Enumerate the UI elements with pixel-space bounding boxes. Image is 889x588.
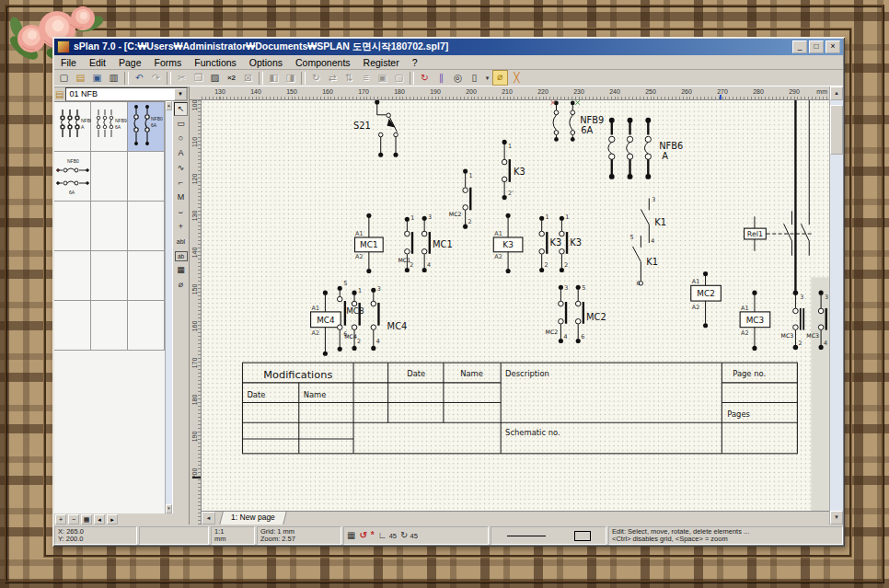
remove-icon[interactable]: − xyxy=(68,514,79,525)
library-item-nfb6[interactable]: NFB6 A xyxy=(54,102,91,152)
snap-toggle-icon[interactable]: ↺ xyxy=(359,532,366,539)
component-k3-coil[interactable]: K3 A1 A2 xyxy=(493,213,523,273)
delete-icon[interactable]: ⊠ xyxy=(240,71,256,85)
special-text-tool-icon[interactable]: A xyxy=(174,146,188,160)
library-item-empty[interactable] xyxy=(128,251,165,301)
preview-dropdown-icon[interactable]: ▾ xyxy=(483,71,491,85)
paste-icon[interactable]: ▨ xyxy=(207,71,223,85)
send-backward-icon[interactable]: ◨ xyxy=(283,71,298,85)
close-button[interactable]: × xyxy=(826,40,840,53)
component-mc1-contacts[interactable]: 1 MC1 2 3 4 MC1 xyxy=(398,213,452,272)
new-icon[interactable]: ▢ xyxy=(56,71,72,85)
scroll-down-icon[interactable]: ▼ xyxy=(830,511,843,525)
component-mc1-coil[interactable]: MC1 A1 A2 xyxy=(355,213,384,273)
search-icon[interactable]: ◎ xyxy=(450,71,466,85)
menu-options[interactable]: Options xyxy=(243,56,289,69)
library-item-empty[interactable] xyxy=(54,301,91,351)
library-item-nfb0-horizontal[interactable]: NFB0 6A xyxy=(54,152,91,202)
label-tool-icon[interactable]: ab xyxy=(175,251,188,261)
duplicate-icon[interactable]: ×2 xyxy=(224,71,239,85)
bus-lines[interactable] xyxy=(795,100,809,293)
library-item-empty[interactable] xyxy=(91,251,128,301)
magnifier-tool-icon[interactable]: ⌀ xyxy=(174,278,188,292)
copy-icon[interactable]: ❐ xyxy=(190,71,206,85)
mirror-vertical-icon[interactable]: ⇅ xyxy=(341,71,357,85)
menu-register[interactable]: Register xyxy=(357,56,406,69)
autoconnect-toggle-icon[interactable]: * xyxy=(371,532,375,539)
scroll-down-icon[interactable]: ▼ xyxy=(166,504,172,513)
save-icon[interactable]: ▣ xyxy=(89,71,105,85)
cut-icon[interactable]: ✂ xyxy=(174,71,190,85)
tab-scroll-left-icon[interactable]: ◄ xyxy=(202,512,215,525)
library-item-nfb0-selected[interactable]: NFB0 6A xyxy=(128,102,165,152)
image-tool-icon[interactable]: ▦ xyxy=(174,263,188,277)
status-angle-value[interactable]: 45 xyxy=(389,532,397,540)
redo-icon[interactable]: ↷ xyxy=(148,71,164,85)
fill-style-sample[interactable] xyxy=(574,531,591,541)
library-dropdown[interactable]: 01 NFB ▼ xyxy=(65,87,188,101)
measure-icon[interactable]: ∥ xyxy=(433,71,449,85)
component-mc4-contacts[interactable]: 1 MC4 2 3 4 MC4 xyxy=(344,285,407,351)
component-k1-contact-a[interactable]: 3 4 K1 xyxy=(641,196,666,245)
select-tool-icon[interactable]: ↖ xyxy=(174,102,188,116)
menu-functions[interactable]: Functions xyxy=(188,56,243,69)
line-style-sample[interactable] xyxy=(507,536,546,536)
library-item-empty[interactable] xyxy=(91,152,128,202)
text-tool-icon[interactable]: abl xyxy=(174,235,188,248)
menu-page[interactable]: Page xyxy=(112,56,148,69)
library-item-empty[interactable] xyxy=(54,202,91,251)
free-rotate-icon[interactable]: ↻ xyxy=(417,71,433,85)
scrollbar-thumb[interactable] xyxy=(830,105,843,155)
library-item-empty[interactable] xyxy=(91,301,128,351)
zoom-icon[interactable]: ⌀ xyxy=(492,70,508,86)
node-tool-icon[interactable]: + xyxy=(174,220,188,234)
group-icon[interactable]: ▣ xyxy=(375,71,390,85)
library-item-empty[interactable] xyxy=(128,152,165,202)
library-item-empty[interactable] xyxy=(128,301,165,351)
menu-edit[interactable]: Edit xyxy=(83,56,112,69)
component-mc4-coil[interactable]: MC4 A1 A2 xyxy=(311,291,341,356)
rectangle-tool-icon[interactable]: ▭ xyxy=(174,117,188,131)
page-preview-icon[interactable]: ▯ xyxy=(467,71,482,85)
library-scrollbar[interactable]: ▲ ▼ xyxy=(165,101,172,513)
library-item-empty[interactable] xyxy=(54,251,91,301)
arc-tool-icon[interactable]: ⌣ xyxy=(174,205,188,219)
next-icon[interactable]: ▸ xyxy=(107,514,118,525)
align-icon[interactable]: ≡ xyxy=(358,71,374,85)
ungroup-icon[interactable]: ▢ xyxy=(391,71,407,85)
library-item-empty[interactable] xyxy=(128,202,165,251)
bring-forward-icon[interactable]: ◧ xyxy=(266,71,282,85)
chevron-down-icon[interactable]: ▼ xyxy=(174,88,187,100)
library-item-nfb9[interactable]: NFB9 6A xyxy=(91,102,128,152)
menu-help[interactable]: ? xyxy=(406,56,424,69)
bezier-tool-icon[interactable]: ∿ xyxy=(174,161,188,175)
minimize-button[interactable]: _ xyxy=(792,40,807,53)
component-mc3-coil[interactable]: MC3 A1 A2 xyxy=(740,291,770,351)
color-test-icon[interactable]: ╳ xyxy=(509,71,525,85)
component-nfb6[interactable]: NFB6 A xyxy=(608,118,683,179)
component-mc2-coil[interactable]: MC2 A1 A2 xyxy=(691,271,722,328)
view-mode-icon[interactable]: ▦ xyxy=(81,514,92,525)
menu-file[interactable]: File xyxy=(54,56,83,69)
add-icon[interactable]: + xyxy=(55,514,66,525)
component-rel1[interactable]: Rel1 xyxy=(745,211,814,255)
component-k3-contact-upper[interactable]: 1 2' K3 xyxy=(502,140,525,200)
component-nfb9[interactable]: NFB9 6A xyxy=(551,100,605,142)
print-icon[interactable]: ▥ xyxy=(106,71,121,85)
scroll-up-icon[interactable]: ▲ xyxy=(830,86,843,100)
schematic-canvas[interactable]: S21 1 2' K3 xyxy=(202,100,829,511)
open-icon[interactable]: ▤ xyxy=(73,71,88,85)
scroll-up-icon[interactable]: ▲ xyxy=(166,101,172,110)
polyline-tool-icon[interactable]: M xyxy=(174,190,188,204)
grid-toggle-icon[interactable]: ▦ xyxy=(347,532,355,539)
mirror-horizontal-icon[interactable]: ⇄ xyxy=(325,71,341,85)
ellipse-tool-icon[interactable]: ○ xyxy=(174,132,188,145)
vertical-scrollbar[interactable]: ▲ ▼ xyxy=(829,86,843,525)
line-tool-icon[interactable]: ⌐ xyxy=(174,176,188,190)
status-rotate-value[interactable]: 45 xyxy=(410,532,417,540)
maximize-button[interactable]: □ xyxy=(809,40,824,53)
tab-page-1[interactable]: 1: New page xyxy=(219,512,286,525)
library-item-empty[interactable] xyxy=(91,202,128,251)
rotate-icon[interactable]: ↻ xyxy=(308,71,324,85)
undo-icon[interactable]: ↶ xyxy=(132,71,147,85)
